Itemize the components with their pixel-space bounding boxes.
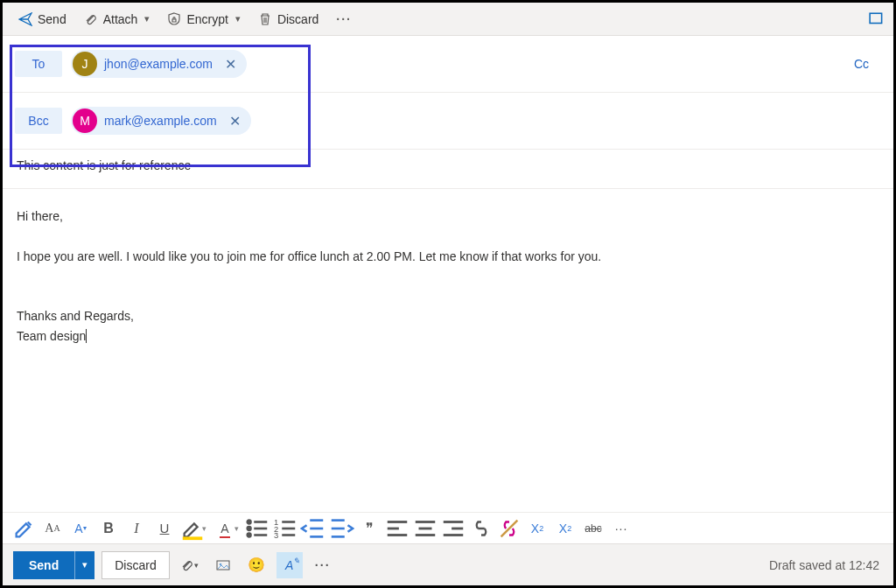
- toggle-format-toolbar-icon[interactable]: A✎: [276, 552, 303, 578]
- link-button[interactable]: [468, 515, 494, 542]
- format-more-button[interactable]: ···: [608, 515, 634, 542]
- superscript-button[interactable]: X2: [524, 515, 550, 542]
- discard-button[interactable]: Discard: [102, 551, 169, 579]
- shield-icon: [167, 12, 181, 26]
- body-line: I hope you are well. I would like you to…: [17, 247, 879, 268]
- align-right-button[interactable]: [440, 515, 466, 542]
- svg-point-6: [248, 533, 251, 536]
- message-body[interactable]: Hi there, I hope you are well. I would l…: [3, 189, 893, 365]
- svg-point-2: [248, 520, 251, 523]
- to-field-button[interactable]: To: [15, 51, 62, 77]
- strikethrough-button[interactable]: abc: [580, 515, 606, 542]
- align-center-button[interactable]: [412, 515, 438, 542]
- more-button-top[interactable]: ···: [329, 9, 359, 30]
- expand-icon[interactable]: [869, 11, 885, 27]
- italic-button[interactable]: I: [123, 515, 150, 542]
- discard-label: Discard: [277, 12, 318, 26]
- more-actions-bottom[interactable]: ···: [310, 552, 336, 578]
- avatar: J: [73, 52, 97, 76]
- chevron-down-icon: ▾: [144, 13, 150, 24]
- chip-email: jhon@example.com: [104, 57, 213, 71]
- discard-button-top[interactable]: Discard: [251, 9, 326, 30]
- chevron-down-icon: ▾: [235, 13, 241, 24]
- font-family-icon[interactable]: AA: [39, 515, 66, 542]
- to-row: To J jhon@example.com ✕ Cc: [3, 36, 893, 93]
- insert-picture-icon[interactable]: [210, 552, 236, 578]
- attach-icon: [84, 12, 98, 26]
- subscript-button[interactable]: X2: [552, 515, 578, 542]
- trash-icon: [258, 12, 272, 26]
- to-recipient-chip[interactable]: J jhon@example.com ✕: [71, 50, 247, 78]
- underline-button[interactable]: U: [151, 515, 178, 542]
- emoji-icon[interactable]: 🙂: [243, 552, 270, 578]
- svg-rect-1: [183, 536, 203, 540]
- svg-text:3: 3: [274, 531, 278, 540]
- attach-icon-bottom[interactable]: ▾: [177, 552, 203, 578]
- discard-label: Discard: [115, 558, 156, 572]
- svg-point-4: [248, 527, 251, 530]
- subject-text: This content is just for reference: [17, 158, 191, 172]
- send-icon: [18, 12, 32, 26]
- body-signoff2: Team design: [17, 329, 86, 343]
- send-main-label: Send: [13, 551, 74, 579]
- cc-button[interactable]: Cc: [847, 53, 876, 74]
- send-button[interactable]: Send ▾: [13, 551, 94, 579]
- chevron-down-icon[interactable]: ▾: [202, 524, 206, 533]
- body-greeting: Hi there,: [17, 206, 879, 228]
- body-signoff1: Thanks and Regards,: [17, 306, 879, 327]
- remove-chip-icon[interactable]: ✕: [226, 113, 244, 130]
- text-caret: [86, 329, 87, 343]
- draft-status: Draft saved at 12:42: [769, 558, 883, 572]
- send-label: Send: [38, 12, 66, 26]
- attach-label: Attach: [103, 12, 138, 26]
- svg-rect-0: [870, 13, 882, 23]
- send-split-button[interactable]: ▾: [74, 551, 94, 579]
- remove-chip-icon[interactable]: ✕: [221, 56, 240, 73]
- avatar: M: [73, 108, 97, 133]
- bcc-row: Bcc M mark@example.com ✕: [3, 93, 893, 150]
- subject-field[interactable]: This content is just for reference: [3, 150, 893, 189]
- bcc-field-button[interactable]: Bcc: [15, 108, 62, 134]
- bcc-recipient-chip[interactable]: M mark@example.com ✕: [71, 107, 251, 135]
- send-button-top[interactable]: Send: [11, 9, 74, 30]
- attach-button[interactable]: Attach ▾: [77, 9, 158, 30]
- indent-button[interactable]: [328, 515, 354, 542]
- format-toolbar: AA A▾ B I U ▾ A ▾ 123 ❞ X2 X2 abc ···: [3, 512, 893, 543]
- font-size-icon[interactable]: A▾: [67, 515, 94, 542]
- outdent-button[interactable]: [300, 515, 326, 542]
- align-left-button[interactable]: [384, 515, 410, 542]
- paint-format-icon[interactable]: [11, 515, 38, 542]
- top-toolbar: Send Attach ▾ Encrypt ▾ Discard ···: [3, 3, 893, 36]
- chip-email: mark@example.com: [104, 114, 217, 128]
- bullet-list-button[interactable]: [244, 515, 270, 542]
- quote-button[interactable]: ❞: [356, 515, 382, 542]
- unlink-button[interactable]: [496, 515, 522, 542]
- number-list-button[interactable]: 123: [272, 515, 298, 542]
- bottom-toolbar: Send ▾ Discard ▾ 🙂 A✎ ··· Draft saved at…: [3, 543, 893, 585]
- encrypt-button[interactable]: Encrypt ▾: [160, 9, 247, 30]
- encrypt-label: Encrypt: [186, 12, 228, 26]
- chevron-down-icon[interactable]: ▾: [234, 524, 239, 533]
- bold-button[interactable]: B: [95, 515, 122, 542]
